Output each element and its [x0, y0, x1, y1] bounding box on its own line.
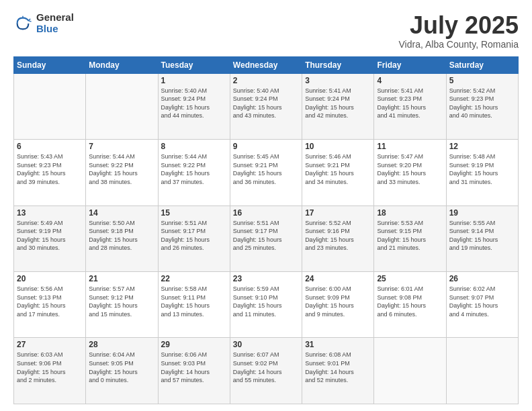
day-number: 23: [233, 274, 299, 283]
calendar-cell: 8Sunrise: 5:44 AM Sunset: 9:22 PM Daylig…: [158, 140, 230, 205]
calendar-cell: 12Sunrise: 5:48 AM Sunset: 9:19 PM Dayli…: [446, 140, 518, 205]
calendar-cell: 21Sunrise: 5:57 AM Sunset: 9:12 PM Dayli…: [86, 272, 158, 338]
calendar-cell: 1Sunrise: 5:40 AM Sunset: 9:24 PM Daylig…: [158, 73, 230, 139]
day-info: Sunrise: 5:43 AM Sunset: 9:23 PM Dayligh…: [17, 152, 83, 186]
day-info: Sunrise: 6:00 AM Sunset: 9:09 PM Dayligh…: [305, 285, 371, 318]
calendar-cell: 22Sunrise: 5:58 AM Sunset: 9:11 PM Dayli…: [158, 272, 230, 338]
day-number: 4: [377, 76, 443, 85]
day-info: Sunrise: 5:51 AM Sunset: 9:17 PM Dayligh…: [233, 219, 299, 253]
calendar-cell: 26Sunrise: 6:02 AM Sunset: 9:07 PM Dayli…: [446, 272, 518, 338]
day-number: 29: [161, 340, 227, 349]
calendar-header-saturday: Saturday: [446, 56, 518, 73]
logo-icon: [13, 14, 32, 33]
calendar-week-row: 6Sunrise: 5:43 AM Sunset: 9:23 PM Daylig…: [14, 140, 519, 205]
day-number: 17: [305, 208, 371, 218]
calendar-cell: 13Sunrise: 5:49 AM Sunset: 9:19 PM Dayli…: [14, 205, 86, 271]
day-info: Sunrise: 6:03 AM Sunset: 9:06 PM Dayligh…: [17, 351, 83, 384]
day-info: Sunrise: 5:47 AM Sunset: 9:20 PM Dayligh…: [377, 152, 443, 186]
calendar-header-friday: Friday: [374, 56, 446, 73]
day-info: Sunrise: 5:56 AM Sunset: 9:13 PM Dayligh…: [17, 285, 83, 318]
day-number: 3: [305, 76, 371, 85]
page: General Blue July 2025 Vidra, Alba Count…: [0, 0, 532, 411]
calendar-cell: 16Sunrise: 5:51 AM Sunset: 9:17 PM Dayli…: [230, 205, 302, 271]
logo: General Blue: [13, 12, 74, 34]
calendar-week-row: 20Sunrise: 5:56 AM Sunset: 9:13 PM Dayli…: [14, 272, 519, 338]
calendar-cell: 29Sunrise: 6:06 AM Sunset: 9:03 PM Dayli…: [158, 338, 230, 404]
calendar-header-sunday: Sunday: [14, 56, 86, 73]
calendar-cell: [446, 338, 518, 404]
calendar-header-wednesday: Wednesday: [230, 56, 302, 73]
day-number: 11: [377, 142, 443, 151]
day-number: 31: [305, 340, 371, 349]
day-info: Sunrise: 5:48 AM Sunset: 9:19 PM Dayligh…: [449, 152, 515, 186]
day-info: Sunrise: 5:58 AM Sunset: 9:11 PM Dayligh…: [161, 285, 227, 318]
month-title: July 2025: [399, 12, 519, 39]
day-number: 7: [89, 142, 154, 151]
day-number: 9: [233, 142, 299, 151]
calendar: SundayMondayTuesdayWednesdayThursdayFrid…: [13, 56, 519, 404]
day-info: Sunrise: 6:07 AM Sunset: 9:02 PM Dayligh…: [233, 351, 299, 384]
day-number: 30: [233, 340, 299, 349]
day-number: 14: [89, 208, 154, 218]
day-info: Sunrise: 6:06 AM Sunset: 9:03 PM Dayligh…: [161, 351, 227, 384]
day-number: 28: [89, 340, 154, 349]
day-info: Sunrise: 5:59 AM Sunset: 9:10 PM Dayligh…: [233, 285, 299, 318]
day-number: 1: [161, 76, 227, 85]
header: General Blue July 2025 Vidra, Alba Count…: [13, 12, 519, 50]
calendar-header-monday: Monday: [86, 56, 158, 73]
day-info: Sunrise: 5:57 AM Sunset: 9:12 PM Dayligh…: [89, 285, 154, 318]
calendar-cell: [14, 73, 86, 139]
day-info: Sunrise: 6:04 AM Sunset: 9:05 PM Dayligh…: [89, 351, 154, 384]
day-number: 8: [161, 142, 227, 151]
day-info: Sunrise: 5:46 AM Sunset: 9:21 PM Dayligh…: [305, 152, 371, 186]
day-number: 26: [449, 274, 515, 283]
day-info: Sunrise: 5:49 AM Sunset: 9:19 PM Dayligh…: [17, 219, 83, 253]
calendar-cell: 9Sunrise: 5:45 AM Sunset: 9:21 PM Daylig…: [230, 140, 302, 205]
calendar-cell: [86, 73, 158, 139]
day-info: Sunrise: 5:40 AM Sunset: 9:24 PM Dayligh…: [161, 87, 227, 120]
calendar-cell: 2Sunrise: 5:40 AM Sunset: 9:24 PM Daylig…: [230, 73, 302, 139]
day-number: 19: [449, 208, 515, 218]
day-number: 5: [449, 76, 515, 85]
calendar-week-row: 27Sunrise: 6:03 AM Sunset: 9:06 PM Dayli…: [14, 338, 519, 404]
logo-text: General Blue: [36, 12, 74, 34]
calendar-cell: 20Sunrise: 5:56 AM Sunset: 9:13 PM Dayli…: [14, 272, 86, 338]
calendar-header-row: SundayMondayTuesdayWednesdayThursdayFrid…: [14, 56, 519, 73]
calendar-cell: 18Sunrise: 5:53 AM Sunset: 9:15 PM Dayli…: [374, 205, 446, 271]
calendar-cell: 6Sunrise: 5:43 AM Sunset: 9:23 PM Daylig…: [14, 140, 86, 205]
day-info: Sunrise: 5:44 AM Sunset: 9:22 PM Dayligh…: [89, 152, 154, 186]
calendar-cell: 7Sunrise: 5:44 AM Sunset: 9:22 PM Daylig…: [86, 140, 158, 205]
day-number: 6: [17, 142, 83, 151]
calendar-cell: 31Sunrise: 6:08 AM Sunset: 9:01 PM Dayli…: [302, 338, 374, 404]
calendar-cell: 23Sunrise: 5:59 AM Sunset: 9:10 PM Dayli…: [230, 272, 302, 338]
day-info: Sunrise: 5:50 AM Sunset: 9:18 PM Dayligh…: [89, 219, 154, 253]
calendar-header-tuesday: Tuesday: [158, 56, 230, 73]
calendar-cell: 24Sunrise: 6:00 AM Sunset: 9:09 PM Dayli…: [302, 272, 374, 338]
day-info: Sunrise: 5:53 AM Sunset: 9:15 PM Dayligh…: [377, 219, 443, 253]
day-number: 20: [17, 274, 83, 283]
day-number: 10: [305, 142, 371, 151]
calendar-cell: 25Sunrise: 6:01 AM Sunset: 9:08 PM Dayli…: [374, 272, 446, 338]
location: Vidra, Alba County, Romania: [399, 39, 519, 50]
day-info: Sunrise: 5:41 AM Sunset: 9:23 PM Dayligh…: [377, 87, 443, 120]
calendar-cell: 14Sunrise: 5:50 AM Sunset: 9:18 PM Dayli…: [86, 205, 158, 271]
calendar-cell: 3Sunrise: 5:41 AM Sunset: 9:24 PM Daylig…: [302, 73, 374, 139]
day-number: 13: [17, 208, 83, 218]
calendar-cell: 30Sunrise: 6:07 AM Sunset: 9:02 PM Dayli…: [230, 338, 302, 404]
calendar-header-thursday: Thursday: [302, 56, 374, 73]
day-info: Sunrise: 5:41 AM Sunset: 9:24 PM Dayligh…: [305, 87, 371, 120]
calendar-cell: 10Sunrise: 5:46 AM Sunset: 9:21 PM Dayli…: [302, 140, 374, 205]
calendar-cell: 4Sunrise: 5:41 AM Sunset: 9:23 PM Daylig…: [374, 73, 446, 139]
day-info: Sunrise: 6:08 AM Sunset: 9:01 PM Dayligh…: [305, 351, 371, 384]
day-info: Sunrise: 5:52 AM Sunset: 9:16 PM Dayligh…: [305, 219, 371, 253]
day-info: Sunrise: 5:51 AM Sunset: 9:17 PM Dayligh…: [161, 219, 227, 253]
calendar-cell: 27Sunrise: 6:03 AM Sunset: 9:06 PM Dayli…: [14, 338, 86, 404]
day-info: Sunrise: 5:40 AM Sunset: 9:24 PM Dayligh…: [233, 87, 299, 120]
calendar-cell: 17Sunrise: 5:52 AM Sunset: 9:16 PM Dayli…: [302, 205, 374, 271]
day-number: 16: [233, 208, 299, 218]
day-number: 24: [305, 274, 371, 283]
day-number: 2: [233, 76, 299, 85]
calendar-cell: 28Sunrise: 6:04 AM Sunset: 9:05 PM Dayli…: [86, 338, 158, 404]
day-number: 12: [449, 142, 515, 151]
calendar-week-row: 1Sunrise: 5:40 AM Sunset: 9:24 PM Daylig…: [14, 73, 519, 139]
